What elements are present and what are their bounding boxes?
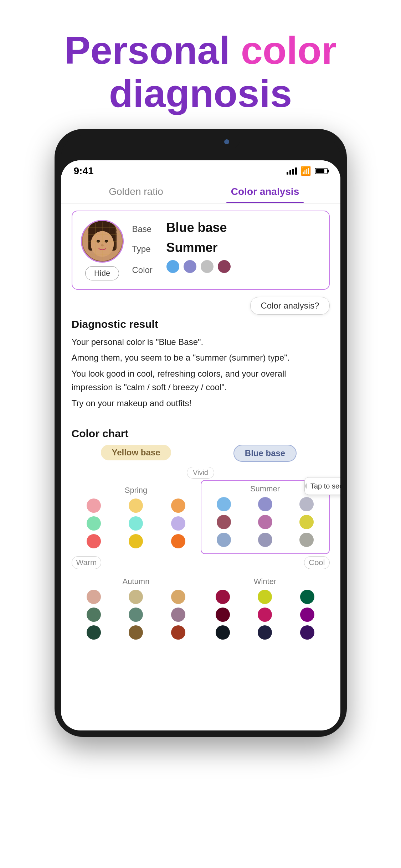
notch (161, 135, 240, 148)
status-bar: 9:41 📶 (61, 160, 340, 179)
diagnostic-line-1: Your personal color is "Blue Base". (72, 335, 330, 349)
title-personal: Personal (64, 28, 241, 72)
status-icons: 📶 (287, 166, 328, 176)
summer-dot-1 (217, 497, 231, 511)
spring-dot-4 (87, 516, 101, 531)
winter-dot-8 (258, 625, 272, 640)
summer-dot-4 (217, 515, 231, 529)
spring-dot-6 (171, 516, 185, 531)
avatar (81, 220, 124, 263)
winter-dot-2 (258, 590, 272, 604)
phone-frame: 9:41 📶 Golden ratio Color analysi (55, 129, 347, 737)
winter-dot-1 (216, 590, 230, 604)
autumn-dot-7 (87, 625, 101, 640)
diagnostic-title: Diagnostic result (72, 318, 330, 330)
phone-screen: 9:41 📶 Golden ratio Color analysi (61, 160, 340, 730)
spring-dot-2 (129, 498, 143, 513)
chart-grid: Spring (72, 480, 330, 554)
color-dot-2 (184, 260, 196, 273)
color-swatches (166, 260, 231, 273)
color-dot-4 (218, 260, 231, 273)
spring-dot-9 (171, 534, 185, 548)
winter-dot-5 (258, 608, 272, 622)
color-chart-section: Color chart Yellow base Blue base Vivid (72, 428, 330, 652)
autumn-dot-4 (87, 608, 101, 622)
avatar-area: Hide (81, 220, 124, 280)
autumn-dot-2 (129, 590, 143, 604)
spring-dot-8 (129, 534, 143, 548)
yellow-base-pill: Yellow base (101, 445, 171, 460)
summer-block[interactable]: Summer (201, 480, 330, 554)
base-label: Base (132, 224, 161, 234)
winter-dot-6 (300, 608, 314, 622)
camera-dot (224, 139, 229, 144)
type-value: Summer (166, 240, 218, 255)
winter-dot-3 (300, 590, 314, 604)
summer-dot-5 (258, 515, 272, 529)
autumn-block[interactable]: Autumn (72, 571, 201, 645)
base-label-row: Yellow base Blue base (72, 445, 330, 462)
axis-labels: Warm Cool (72, 556, 330, 569)
page-header: Personal color diagnosis (0, 0, 401, 129)
spring-dot-7 (87, 534, 101, 548)
summer-dots (205, 497, 325, 547)
spring-dots (74, 498, 198, 548)
vivid-row: Vivid (72, 467, 330, 479)
tab-color-analysis[interactable]: Color analysis (201, 179, 330, 203)
vivid-label: Vivid (187, 467, 214, 479)
screen-content: Hide Base Blue base Type Summer Color (61, 203, 340, 660)
spring-dot-3 (171, 498, 185, 513)
phone-notch (61, 135, 340, 160)
diagnostic-line-2: Among them, you seem to be a "summer (su… (72, 351, 330, 365)
spring-block[interactable]: Spring (72, 480, 201, 554)
color-row: Color (132, 260, 320, 275)
color-label: Color (132, 265, 161, 275)
divider (72, 419, 330, 419)
summer-dot-9 (299, 533, 314, 547)
diagnostic-section: Diagnostic result Your personal color is… (72, 318, 330, 410)
warm-label: Warm (72, 556, 102, 569)
winter-block[interactable]: Winter (201, 571, 330, 645)
result-info: Base Blue base Type Summer Color (132, 220, 320, 280)
cool-label: Cool (304, 556, 329, 569)
spring-label: Spring (74, 486, 198, 495)
autumn-label: Autumn (74, 577, 198, 586)
wifi-icon: 📶 (300, 166, 311, 176)
hide-button[interactable]: Hide (85, 266, 119, 280)
type-label: Type (132, 244, 161, 254)
result-card: Hide Base Blue base Type Summer Color (72, 211, 330, 290)
avatar-face (82, 221, 123, 262)
summer-dot-3 (299, 497, 314, 511)
color-dot-3 (201, 260, 214, 273)
spring-dot-5 (129, 516, 143, 531)
diagnostic-line-4: Try on your makeup and outfits! (72, 397, 330, 410)
yellow-base-label: Yellow base (72, 445, 201, 462)
tooltip-text: Tap to see the details. (310, 482, 340, 490)
blue-base-label: Blue base (201, 445, 330, 462)
title-color: color (241, 28, 337, 72)
title-diagnosis: diagnosis (109, 71, 292, 115)
color-dot-1 (166, 260, 179, 273)
summer-dot-7 (217, 533, 231, 547)
winter-dot-7 (216, 625, 230, 640)
color-chart-title: Color chart (72, 428, 330, 440)
summer-dot-8 (258, 533, 272, 547)
autumn-dot-1 (87, 590, 101, 604)
analysis-btn-row: Color analysis? (72, 297, 330, 315)
autumn-dot-9 (171, 625, 185, 640)
autumn-dot-8 (129, 625, 143, 640)
chart-quadrants: Spring (72, 480, 330, 645)
color-analysis-button[interactable]: Color analysis? (250, 297, 329, 315)
summer-dot-6 (299, 515, 314, 529)
type-row: Type Summer (132, 240, 320, 255)
tab-golden-ratio[interactable]: Golden ratio (72, 179, 201, 203)
summer-dot-2 (258, 497, 272, 511)
signal-icon (287, 167, 297, 175)
winter-dot-4 (216, 608, 230, 622)
avatar-svg (82, 220, 123, 263)
base-value: Blue base (166, 220, 227, 235)
winter-dot-9 (300, 625, 314, 640)
autumn-dot-6 (171, 608, 185, 622)
diagnostic-line-3: You look good in cool, refreshing colors… (72, 367, 330, 394)
base-row: Base Blue base (132, 220, 320, 235)
